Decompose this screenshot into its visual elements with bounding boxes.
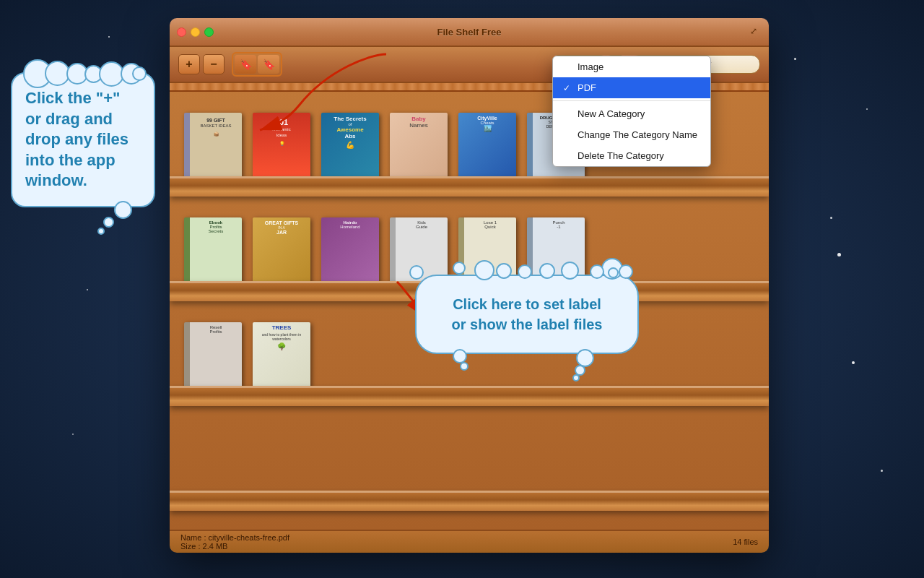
bookmark-group: 🔖 🔖 <box>232 52 282 77</box>
shelf-plank-1 <box>170 176 769 197</box>
dropdown-item-change-category[interactable]: Change The Category Name <box>553 124 710 145</box>
maximize-button[interactable] <box>204 27 214 37</box>
dropdown-label-new-category: New A Category <box>578 108 645 119</box>
shelf-row-5 <box>170 511 769 530</box>
window-title: File Shelf Free <box>437 27 502 38</box>
dropdown-item-pdf[interactable]: ✓ PDF <box>553 77 710 98</box>
bookmark-button-1[interactable]: 🔖 <box>235 55 256 74</box>
dropdown-label-image: Image <box>578 61 603 72</box>
status-bar: Name : cityville-cheats-free.pdf Size : … <box>170 530 769 553</box>
tooltip-right-text: Click here to set label or show the labe… <box>415 275 639 354</box>
tooltip-cloud-right: Click here to set label or show the labe… <box>415 275 639 354</box>
shelf-row-4 <box>170 406 769 511</box>
status-file-info: Name : cityville-cheats-free.pdf Size : … <box>180 533 289 551</box>
dropdown-label-change-category: Change The Category Name <box>578 129 697 140</box>
traffic-lights <box>177 27 214 37</box>
shelf-plank-4 <box>170 491 769 511</box>
status-name: Name : cityville-cheats-free.pdf <box>180 533 289 542</box>
dropdown-divider <box>553 100 710 101</box>
dropdown-label-pdf: PDF <box>578 82 596 93</box>
dropdown-label-delete-category: Delete The Category <box>578 150 664 161</box>
status-size: Size : 2.4 MB <box>180 542 289 551</box>
add-remove-group: + − <box>178 54 225 74</box>
dropdown-item-image[interactable]: Image <box>553 56 710 77</box>
title-bar: File Shelf Free ⤢ <box>170 18 769 47</box>
status-count: 14 files <box>733 538 758 546</box>
dropdown-menu: Image ✓ PDF New A Category Change The Ca… <box>552 56 711 167</box>
tooltip-cloud-left: Click the "+" or drag and drop any files… <box>11 72 155 207</box>
tooltip-left-text: Click the "+" or drag and drop any files… <box>11 72 155 207</box>
dropdown-check-pdf: ✓ <box>563 83 573 93</box>
minus-button[interactable]: − <box>203 54 225 74</box>
add-button[interactable]: + <box>178 54 200 74</box>
shelf-plank-3 <box>170 386 769 406</box>
bookmark-button-2[interactable]: 🔖 <box>258 55 279 74</box>
fullscreen-icon[interactable]: ⤢ <box>750 26 762 38</box>
minimize-button[interactable] <box>191 27 200 37</box>
dropdown-item-delete-category[interactable]: Delete The Category <box>553 145 710 166</box>
dropdown-item-new-category[interactable]: New A Category <box>553 103 710 124</box>
close-button[interactable] <box>177 27 186 37</box>
